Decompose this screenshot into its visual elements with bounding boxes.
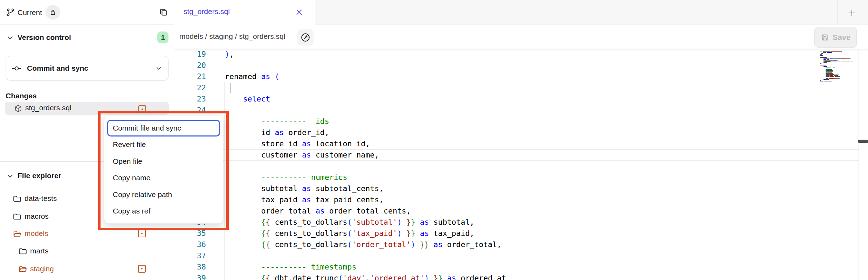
current-line-border-bottom [209, 160, 859, 161]
current-line-border-top [209, 149, 859, 150]
code-line[interactable]: subtotal as subtotal_cents, [225, 183, 384, 194]
menu-item-revert-file[interactable]: Revert file [104, 136, 223, 153]
code-line[interactable]: {{ dbt.date_trunc('day','ordered_at') }}… [225, 273, 506, 280]
code-line[interactable]: id as order_id, [225, 127, 329, 138]
file-context-menu: Commit file and syncRevert fileOpen file… [104, 115, 223, 224]
branch-name[interactable]: Current [18, 8, 42, 17]
modified-folder-indicator-icon [138, 230, 146, 237]
line-number: 36 [186, 239, 206, 250]
save-button[interactable]: Save [814, 27, 857, 48]
menu-item-copy-relative-path[interactable]: Copy relative path [104, 186, 223, 203]
line-number: 35 [186, 228, 206, 239]
menu-item-copy-as-ref[interactable]: Copy as ref [104, 203, 223, 220]
tab-bar-border [315, 24, 868, 24]
folder-label: staging [30, 265, 54, 273]
changes-count-badge: 1 [157, 31, 168, 43]
folder-label: models [25, 229, 48, 238]
commit-and-sync-label: Commit and sync [27, 64, 88, 72]
sidebar-item-models[interactable]: models [0, 225, 174, 243]
lock-icon [49, 8, 57, 16]
modified-file-indicator-icon [138, 105, 146, 113]
line-number: 39 [186, 273, 206, 280]
pane-resize-handle[interactable] [858, 140, 868, 143]
chevron-down-icon [155, 65, 162, 72]
code-line[interactable]: renamed as ( [225, 71, 279, 82]
menu-item-commit-file-and-sync[interactable]: Commit file and sync [107, 120, 220, 136]
git-commit-icon [12, 64, 21, 73]
close-icon[interactable] [295, 8, 303, 16]
floppy-icon [821, 33, 829, 42]
commit-and-sync-button[interactable]: Commit and sync [6, 56, 168, 80]
line-number: 21 [186, 71, 206, 82]
folder-label: data-tests [25, 194, 57, 203]
tab-bar-divider [837, 0, 838, 24]
code-line[interactable]: tax_paid as tax_paid_cents, [225, 194, 384, 205]
indent-guide [225, 82, 225, 280]
lineage-compass-icon [300, 32, 311, 43]
minimap[interactable] [820, 51, 859, 247]
editor-top-shadow [174, 49, 868, 51]
folder-label: marts [30, 247, 49, 255]
plus-icon[interactable] [848, 9, 856, 17]
branch-lock-badge [46, 5, 60, 20]
menu-item-copy-name[interactable]: Copy name [104, 170, 223, 187]
file-explorer-title[interactable]: File explorer [18, 172, 61, 180]
sidebar-item-staging[interactable]: staging [0, 260, 174, 278]
code-line[interactable]: ---------- ids [225, 116, 329, 127]
code-line[interactable]: order_total as order_total_cents, [225, 205, 411, 217]
chevron-down-icon[interactable] [6, 172, 14, 180]
line-number: 23 [186, 93, 206, 105]
minimap-border [859, 49, 859, 280]
code-line[interactable]: ---------- timestamps [225, 261, 356, 273]
code-line[interactable]: {{ cents_to_dollars('subtotal') }} as su… [225, 217, 474, 228]
line-number: 22 [186, 82, 206, 93]
changes-title: Changes [6, 92, 37, 100]
sidebar-item-marts[interactable]: marts [0, 243, 174, 260]
line-number: 20 [186, 60, 206, 71]
code-line[interactable]: customer as customer_name, [225, 149, 379, 161]
divider [0, 24, 174, 24]
commit-and-sync-main[interactable]: Commit and sync [6, 56, 149, 80]
chevron-down-icon[interactable] [6, 34, 14, 42]
code-line[interactable]: ---------- numerics [225, 172, 347, 183]
lineage-button[interactable] [297, 29, 314, 46]
menu-item-open-file[interactable]: Open file [104, 153, 223, 170]
line-number: 24 [186, 105, 206, 116]
folder-label: macros [25, 212, 49, 220]
version-control-title[interactable]: Version control [18, 33, 71, 42]
changed-file-name: stg_orders.sql [25, 104, 71, 112]
copy-icon[interactable] [159, 7, 168, 17]
code-line[interactable]: {{ cents_to_dollars('tax_paid') }} as ta… [225, 228, 474, 239]
modified-folder-indicator-icon [138, 265, 146, 273]
commit-options-toggle[interactable] [149, 56, 168, 80]
line-number: 38 [186, 261, 206, 273]
code-line[interactable]: select [225, 93, 270, 105]
indent-guide [243, 105, 243, 280]
save-label: Save [833, 33, 850, 42]
breadcrumb: models / staging / stg_orders.sql [179, 32, 285, 41]
tab-stg-orders[interactable]: stg_orders.sql [174, 0, 315, 24]
git-branch-icon [6, 8, 15, 17]
tab-label: stg_orders.sql [184, 7, 230, 16]
model-cube-icon [14, 104, 22, 113]
code-line[interactable]: {{ cents_to_dollars('order_total') }} as… [225, 239, 502, 250]
line-number: 37 [186, 250, 206, 261]
code-line[interactable]: store_id as location_id, [225, 138, 370, 149]
text-caret [230, 83, 231, 93]
dbt-ide-screen: stg_orders.sql models / staging / stg_or… [0, 0, 868, 280]
